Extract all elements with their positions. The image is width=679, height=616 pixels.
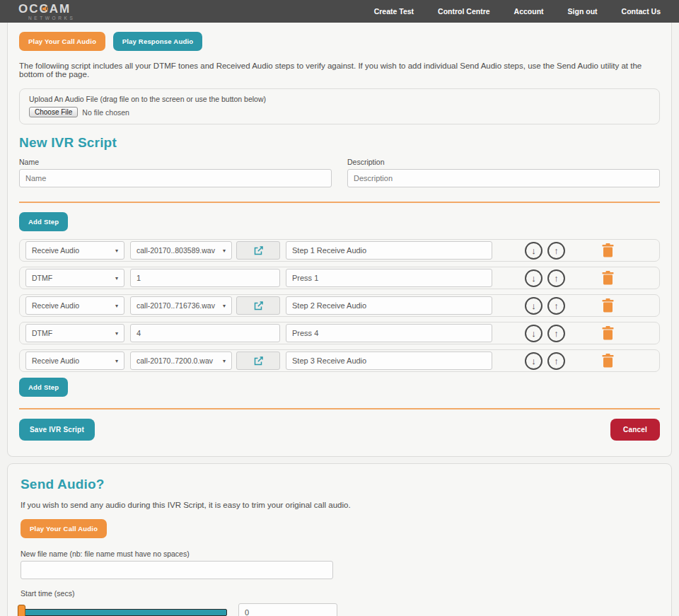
steps-list: Receive Audio ▾ call-20170..803589.wav ▾…: [19, 239, 660, 372]
speaker-icon: [42, 6, 49, 12]
arrow-up-icon: ↑: [554, 356, 559, 366]
start-time-label: Start time (secs): [21, 589, 658, 598]
play-response-audio-button[interactable]: Play Response Audio: [113, 32, 203, 51]
play-audio-file-button[interactable]: [236, 351, 280, 370]
delete-step-button[interactable]: [602, 354, 614, 368]
step-type-select[interactable]: DTMF ▾: [25, 324, 124, 342]
step-type-select[interactable]: Receive Audio ▾: [25, 296, 124, 315]
step-file-value: call-20170..716736.wav: [137, 301, 215, 310]
start-time-input[interactable]: [238, 603, 337, 616]
file-input-row: Choose File No file chosen: [29, 107, 650, 117]
move-step-down-button[interactable]: ↓: [525, 269, 542, 287]
divider: [19, 202, 660, 203]
arrow-down-icon: ↓: [531, 328, 536, 339]
step-reorder-buttons: ↓ ↑: [525, 269, 565, 287]
step-reorder-buttons: ↓ ↑: [525, 242, 565, 260]
play-audio-icon: [254, 301, 263, 310]
start-time-slider-track[interactable]: [21, 609, 227, 616]
step-reorder-buttons: ↓ ↑: [525, 352, 565, 370]
step-description-input[interactable]: [286, 296, 492, 315]
description-input[interactable]: [347, 169, 660, 187]
move-step-up-button[interactable]: ↑: [547, 269, 565, 287]
play-call-audio-button-2[interactable]: Play Your Call Audio: [21, 519, 107, 538]
new-file-name-input[interactable]: [21, 561, 333, 579]
new-ivr-script-heading: New IVR Script: [19, 135, 660, 151]
cancel-button[interactable]: Cancel: [610, 419, 660, 441]
arrow-up-icon: ↑: [554, 273, 559, 284]
send-audio-heading: Send Audio?: [21, 477, 658, 492]
logo-subtitle: NETWORKS: [28, 16, 75, 21]
choose-file-button[interactable]: Choose File: [29, 107, 78, 117]
move-step-up-button[interactable]: ↑: [547, 242, 565, 260]
divider: [19, 408, 660, 409]
step-description-input[interactable]: [286, 269, 492, 287]
trash-icon: [602, 243, 614, 257]
step-type-select[interactable]: DTMF ▾: [25, 269, 124, 287]
dtmf-value-input[interactable]: [130, 269, 280, 287]
step-file-select[interactable]: call-20170..7200.0.wav ▾: [130, 351, 232, 370]
step-file-select[interactable]: call-20170..803589.wav ▾: [130, 241, 232, 260]
chevron-down-icon: ▾: [115, 275, 118, 281]
start-time-slider-handle[interactable]: [18, 605, 25, 616]
new-file-label: New file name (nb: file name must have n…: [21, 550, 658, 558]
move-step-up-button[interactable]: ↑: [547, 352, 565, 370]
delete-step-button[interactable]: [602, 326, 614, 340]
top-nav-bar: OCCAM NETWORKS Create Test Control Centr…: [0, 0, 679, 23]
step-reorder-buttons: ↓ ↑: [525, 297, 565, 315]
nav-link-sign-out[interactable]: Sign out: [568, 7, 598, 16]
name-field-group: Name: [19, 158, 332, 187]
nav-link-create-test[interactable]: Create Test: [374, 7, 414, 16]
upload-audio-box: Upload An Audio File (drag file on to th…: [19, 88, 660, 124]
name-input[interactable]: [19, 169, 332, 187]
description-field-group: Description: [347, 158, 660, 187]
step-row: DTMF ▾ ▾ ↓ ↑: [19, 322, 660, 344]
dtmf-value-input[interactable]: [130, 324, 280, 342]
delete-step-button[interactable]: [602, 298, 614, 313]
name-description-row: Name Description: [19, 158, 660, 187]
nav-link-account[interactable]: Account: [514, 7, 544, 16]
move-step-down-button[interactable]: ↓: [525, 352, 542, 370]
page-content: Play Your Call Audio Play Response Audio…: [0, 23, 679, 616]
step-middle-zone: call-20170..716736.wav ▾: [130, 296, 280, 315]
step-type-value: Receive Audio: [32, 301, 79, 310]
send-audio-panel: Send Audio? If you wish to send any audi…: [7, 463, 672, 616]
step-description-input[interactable]: [286, 351, 492, 370]
step-row: Receive Audio ▾ call-20170..716736.wav ▾…: [19, 294, 660, 317]
audio-buttons-row: Play Your Call Audio Play Response Audio: [19, 32, 660, 51]
arrow-up-icon: ↑: [554, 328, 559, 339]
script-intro-text: The followiing script includes all your …: [19, 62, 660, 79]
upload-label: Upload An Audio File (drag file on to th…: [29, 95, 650, 103]
nav-link-control-centre[interactable]: Control Centre: [438, 7, 490, 16]
logo-text-post: AM: [50, 3, 71, 15]
move-step-up-button[interactable]: ↑: [547, 325, 565, 342]
step-type-select[interactable]: Receive Audio ▾: [25, 241, 124, 260]
add-step-button-top[interactable]: Add Step: [19, 212, 68, 231]
chevron-down-icon: ▾: [223, 248, 226, 254]
move-step-down-button[interactable]: ↓: [525, 325, 542, 342]
move-step-down-button[interactable]: ↓: [525, 242, 542, 260]
nav-link-contact-us[interactable]: Contact Us: [622, 7, 661, 16]
step-middle-zone: ▾: [130, 269, 280, 287]
play-call-audio-button[interactable]: Play Your Call Audio: [19, 32, 105, 51]
logo-wordmark: OCCAM: [18, 3, 75, 15]
step-description-input[interactable]: [286, 324, 492, 342]
step-type-select[interactable]: Receive Audio ▾: [25, 351, 124, 370]
move-step-up-button[interactable]: ↑: [547, 297, 565, 315]
play-audio-file-button[interactable]: [236, 296, 280, 315]
arrow-down-icon: ↓: [531, 245, 536, 256]
chevron-down-icon: ▾: [223, 303, 226, 309]
delete-step-button[interactable]: [602, 271, 614, 285]
save-cancel-row: Save IVR Script Cancel: [19, 419, 660, 456]
delete-step-button[interactable]: [602, 243, 614, 257]
step-description-input[interactable]: [286, 241, 492, 260]
chevron-down-icon: ▾: [115, 303, 118, 309]
chevron-down-icon: ▾: [115, 248, 118, 254]
play-audio-file-button[interactable]: [236, 241, 280, 260]
add-step-button-bottom[interactable]: Add Step: [19, 378, 68, 397]
arrow-down-icon: ↓: [531, 301, 536, 311]
arrow-down-icon: ↓: [531, 356, 536, 366]
save-ivr-script-button[interactable]: Save IVR Script: [19, 419, 95, 441]
step-file-select[interactable]: call-20170..716736.wav ▾: [130, 296, 232, 315]
send-audio-intro: If you wish to send any audio during thi…: [21, 501, 658, 509]
move-step-down-button[interactable]: ↓: [525, 297, 542, 315]
